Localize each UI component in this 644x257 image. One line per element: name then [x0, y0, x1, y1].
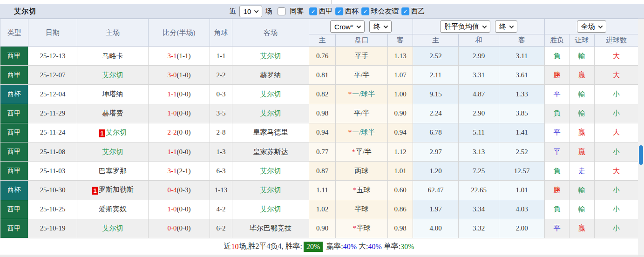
euro-away-odds: 3.11 — [499, 47, 545, 66]
score: 1-1(0-0) — [149, 142, 210, 161]
table-row: 西甲 25-11-24 1艾尔切 2-2(0-0) 2-8 皇家马德里 0.94… — [0, 123, 638, 142]
home-team[interactable]: 爱斯宾奴 — [77, 200, 149, 219]
match-date: 25-11-03 — [28, 162, 77, 181]
col-header-score: 比分(半场) — [149, 19, 210, 47]
result-wdl: 平 — [545, 85, 569, 104]
home-team[interactable]: 赫塔费 — [77, 104, 149, 123]
league-checkbox[interactable]: ✓ — [361, 7, 369, 15]
asian-odds-time-select[interactable]: 终 — [369, 20, 392, 33]
handicap: *一/球半 — [336, 85, 388, 104]
scrollbar-thumb[interactable] — [639, 145, 643, 165]
bookmaker-select[interactable]: Crow* — [330, 20, 365, 33]
matches-label: 场 — [265, 7, 272, 16]
league-label: 球会友谊 — [371, 7, 399, 15]
league-badge: 西甲 — [0, 66, 28, 85]
result-handicap: 輸 — [569, 104, 595, 123]
live-handicap-star: * — [353, 224, 356, 232]
asian-home-odds: 0.90 — [309, 219, 336, 238]
euro-away-odds: 1.41 — [499, 123, 545, 142]
asian-away-odds: 1.12 — [388, 142, 413, 161]
euro-odds-type-value: 胜平负均值 — [444, 22, 479, 31]
euro-odds-time-select[interactable]: 终 — [495, 20, 517, 33]
scrollbar-track[interactable] — [638, 19, 644, 257]
score: 3-1(1-1) — [149, 47, 210, 66]
col-header-asian-home: 主 — [309, 34, 336, 47]
table-row: 西甲 25-12-07 艾尔切 3-0(1-0) 2-2 赫罗纳 0.81 平/… — [0, 66, 638, 85]
away-team[interactable]: 皇家苏斯达 — [232, 142, 309, 161]
col-header-result-wdl: 胜负 — [545, 34, 569, 47]
handicap: 半球 — [336, 200, 388, 219]
asian-away-odds: 0.90 — [388, 104, 413, 123]
away-team[interactable]: 艾尔切 — [232, 181, 309, 200]
home-team[interactable]: 巴塞罗那 — [77, 162, 149, 181]
euro-home-odds: 9.15 — [413, 85, 459, 104]
match-table-body: 西甲 25-12-13 马略卡 3-1(1-1) 1-1 艾尔切 0.76 平手… — [0, 47, 638, 238]
league-checkbox[interactable]: ✓ — [309, 7, 317, 15]
period-select-value: 全场 — [581, 22, 595, 31]
home-team[interactable]: 艾尔切 — [77, 66, 149, 85]
away-team[interactable]: 赫罗纳 — [232, 66, 309, 85]
result-wdl: 平 — [545, 219, 569, 238]
euro-away-odds: 2.52 — [499, 142, 545, 161]
home-team[interactable]: 坤塔纳 — [77, 85, 149, 104]
result-handicap: 輸 — [569, 181, 595, 200]
euro-home-odds: 1.97 — [413, 200, 459, 219]
same-opponent-checkbox[interactable] — [278, 7, 285, 15]
away-team[interactable]: 艾尔切 — [232, 85, 309, 104]
summary-segment: 30% — [400, 243, 414, 251]
away-team[interactable]: 皇家马德里 — [232, 123, 309, 142]
asian-away-odds: 1.01 — [388, 162, 413, 181]
league-filters: ✓西甲✓西杯✓球会友谊✓西乙 — [306, 7, 425, 16]
home-team[interactable]: 艾尔切 — [77, 219, 149, 238]
chevron-down-icon — [254, 8, 259, 13]
euro-odds-type-select[interactable]: 胜平负均值 — [440, 20, 490, 33]
table-row: 西甲 25-10-19 艾尔切 0-0(0-0) 6-2 毕尔巴鄂竞技 0.90… — [0, 219, 638, 238]
euro-home-odds: 1.20 — [413, 162, 459, 181]
away-team[interactable]: 艾尔切 — [232, 104, 309, 123]
corner-score: 2-8 — [210, 123, 232, 142]
col-header-corner: 角球 — [210, 19, 232, 47]
away-team[interactable]: 艾尔切 — [232, 47, 309, 66]
summary-segment: 40% — [343, 243, 357, 251]
asian-away-odds: 0.98 — [388, 219, 413, 238]
euro-away-odds: 4.03 — [499, 200, 545, 219]
live-handicap-star: * — [353, 186, 356, 194]
home-team[interactable]: 马略卡 — [77, 47, 149, 66]
asian-away-odds: 1.13 — [388, 47, 413, 66]
handicap: 平/半 — [336, 66, 388, 85]
table-row: 西甲 25-12-13 马略卡 3-1(1-1) 1-1 艾尔切 0.76 平手… — [0, 47, 638, 66]
match-date: 25-11-29 — [28, 104, 77, 123]
match-date: 25-12-13 — [28, 47, 77, 66]
summary-segment: 10 — [231, 243, 238, 251]
result-goals: 大 — [595, 162, 638, 181]
home-team[interactable]: 艾尔切 — [77, 142, 149, 161]
recent-count-select[interactable]: 10 — [239, 6, 263, 17]
asian-home-odds: 0.82 — [309, 85, 336, 104]
away-team[interactable]: 艾尔切 — [232, 162, 309, 181]
summary-bar: 近10场,胜2平4负4, 胜率: 20% 赢率:40% 大:40% 单率:30% — [0, 238, 638, 255]
corner-score: 1-1 — [210, 47, 232, 66]
match-date: 25-10-30 — [28, 181, 77, 200]
table-row: 西杯 25-10-30 1罗斯加勒斯 0-4(0-3) 1-13 艾尔切 1.1… — [0, 181, 638, 200]
league-badge: 西甲 — [0, 104, 28, 123]
home-team[interactable]: 1罗斯加勒斯 — [77, 181, 149, 200]
summary-segment: 赢率: — [324, 242, 343, 251]
table-row: 西甲 25-11-29 赫塔费 1-0(0-0) 3-5 艾尔切 0.98 平/… — [0, 104, 638, 123]
asian-away-odds: 0.60 — [388, 181, 413, 200]
match-date: 25-12-07 — [28, 66, 77, 85]
handicap: 平手 — [336, 47, 388, 66]
asian-home-odds: 0.98 — [309, 104, 336, 123]
col-header-euro-draw: 和 — [459, 34, 499, 47]
league-checkbox[interactable]: ✓ — [335, 7, 343, 15]
filter-bar: 艾尔切 近 10 场 同客 ✓西甲✓西杯✓球会友谊✓西乙 — [0, 4, 644, 19]
handicap: 两球 — [336, 162, 388, 181]
euro-home-odds: 2.97 — [413, 142, 459, 161]
euro-draw-odds: 7.25 — [459, 162, 499, 181]
league-checkbox[interactable]: ✓ — [401, 7, 409, 15]
away-team[interactable]: 毕尔巴鄂竞技 — [232, 219, 309, 238]
away-team[interactable]: 艾尔切 — [232, 200, 309, 219]
period-select[interactable]: 全场 — [577, 20, 606, 33]
home-team[interactable]: 1艾尔切 — [77, 123, 149, 142]
league-badge: 西甲 — [0, 123, 28, 142]
result-handicap: 走 — [569, 162, 595, 181]
